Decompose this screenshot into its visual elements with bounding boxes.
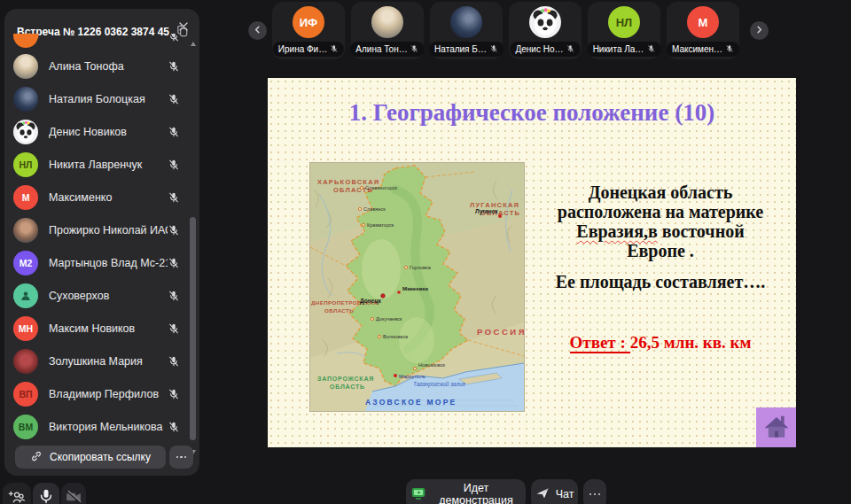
map-city-donetsk: Донецк: [360, 298, 382, 305]
chevron-left-icon: [253, 24, 262, 37]
meeting-app-window: Встреча № 1226 0362 3874 45: [0, 0, 851, 504]
scroll-up-arrow[interactable]: [191, 42, 196, 46]
tile-name-badge: Алина Тон…: [350, 42, 424, 57]
mic-muted-icon: [168, 93, 180, 105]
video-tile[interactable]: НЛ Никита Ла…: [588, 2, 660, 59]
participant-row[interactable]: ВП Владимир Перфилов: [4, 377, 187, 410]
mic-muted-icon: [168, 421, 180, 433]
avatar: МН: [13, 316, 38, 341]
mic-muted-icon: [566, 44, 575, 55]
participant-list: Алина Тонофа Наталия Болоцкая: [4, 34, 187, 443]
map-city-dokuchaevsk: Докучаевск: [376, 316, 402, 322]
tiles-scroll-right-button[interactable]: [750, 21, 769, 40]
mic-muted-icon: [646, 44, 655, 55]
avatar: [13, 218, 38, 243]
mic-muted-icon: [168, 60, 180, 73]
avatar: [13, 54, 38, 79]
send-plane-icon: [535, 486, 550, 503]
participant-row[interactable]: М2 Мартынцов Влад Мс-21: [4, 246, 187, 279]
answer-label: Ответ :: [570, 333, 630, 353]
mic-muted-icon: [168, 126, 180, 138]
avatar: НЛ: [608, 6, 640, 38]
slide-title: 1. Географическое положение (10): [268, 99, 796, 127]
map-label-russia: РОССИЯ: [477, 327, 525, 337]
participant-row[interactable]: Прожирко Николай ИАС-23: [4, 213, 187, 246]
participant-row[interactable]: Золушкина Мария: [4, 345, 187, 377]
tile-name-badge: Ирина Фи…: [273, 42, 344, 57]
participant-row[interactable]: НЛ Никита Лавренчук: [4, 148, 187, 181]
chat-button[interactable]: Чат: [531, 479, 578, 504]
answer-value: 26,5 млн. кв. км: [630, 333, 752, 352]
microphone-button[interactable]: [33, 483, 59, 504]
participant-row[interactable]: Суховерхов: [4, 279, 187, 312]
participant-list-scrollbar[interactable]: [189, 40, 197, 456]
video-tile-strip: ИФ Ирина Фи… Алина Тон… Наталия Б…: [272, 2, 739, 59]
add-participants-button[interactable]: [3, 483, 31, 504]
camera-off-icon: [65, 488, 82, 504]
copy-link-button[interactable]: Скопировать ссылку: [15, 446, 166, 469]
screen-sharing-status-button[interactable]: Идет демонстрация: [406, 479, 526, 504]
slide-body-text: Донецкая область расположена на материке…: [530, 182, 791, 291]
mic-muted-icon: [168, 388, 180, 400]
tile-name-badge: Денис Но…: [510, 42, 580, 57]
map-label-zaporizhzhia-1: ЗАПОРОЖСКАЯ: [317, 376, 374, 382]
avatar: [13, 34, 38, 48]
video-tile[interactable]: Алина Тон…: [351, 2, 424, 59]
more-icon: [589, 493, 592, 496]
donetsk-region-map: ХАРЬКОВСКАЯ ОБЛАСТЬ ЛУГАНСКАЯ ОБЛАСТЬ ДН…: [309, 162, 525, 412]
participant-row[interactable]: Денис Новиков: [4, 115, 187, 148]
map-label-azov-sea: АЗОВСКОЕ МОРЕ: [365, 398, 457, 407]
mic-muted-icon: [330, 44, 339, 55]
mic-muted-icon: [168, 159, 180, 171]
tile-name-badge: Наталия Б…: [429, 42, 504, 57]
more-icon: [176, 456, 179, 459]
spellcheck-underlined-word: Евразия,в: [576, 221, 657, 241]
camera-off-button[interactable]: [61, 483, 86, 504]
microphone-icon: [37, 487, 55, 504]
participant-row-partial[interactable]: [4, 34, 187, 50]
map-city-makeevka: Макеевка: [402, 285, 429, 291]
participant-row[interactable]: ВМ Виктория Мельникова: [4, 410, 187, 443]
participant-row[interactable]: МН Максим Новиков: [4, 312, 187, 345]
mic-muted-icon: [489, 44, 498, 55]
avatar: НЛ: [13, 152, 38, 177]
participants-panel: Встреча № 1226 0362 3874 45: [4, 9, 199, 476]
video-tile[interactable]: М Максимен…: [667, 2, 739, 59]
video-tile[interactable]: ИФ Ирина Фи…: [272, 2, 345, 59]
slide-home-button[interactable]: [756, 407, 796, 447]
mic-muted-icon: [168, 355, 180, 368]
mic-muted-icon: [410, 44, 419, 55]
avatar: [13, 87, 38, 112]
map-city-slavyansk: Славянск: [363, 206, 386, 212]
map-city-kramatorsk: Краматорск: [367, 222, 394, 228]
participant-row[interactable]: М Максименко: [4, 181, 187, 213]
map-label-dnipro-2: ОБЛАСТЬ: [324, 307, 354, 314]
avatar: М2: [13, 251, 38, 275]
screen-share-icon: [411, 486, 426, 503]
mic-muted-icon: [168, 257, 180, 269]
map-city-novoazovsk: Новоазовск: [418, 362, 446, 368]
map-city-volnovakha: Волноваха: [383, 334, 409, 339]
chevron-right-icon: [754, 24, 764, 37]
sidebar-more-button[interactable]: [169, 446, 193, 469]
mic-muted-icon: [168, 290, 180, 302]
scrollbar-thumb[interactable]: [190, 217, 196, 440]
map-city-gorlovka: Горловка: [410, 265, 432, 270]
participant-row[interactable]: Алина Тонофа: [4, 50, 187, 82]
participant-row[interactable]: Наталия Болоцкая: [4, 82, 187, 115]
avatar: ВМ: [13, 415, 38, 439]
bottom-more-button[interactable]: [583, 479, 606, 504]
avatar: М: [13, 185, 38, 210]
video-tile[interactable]: Наталия Б…: [430, 2, 503, 59]
avatar: [13, 349, 38, 374]
slide-answer: Ответ :26,5 млн. кв. км: [530, 333, 791, 353]
add-people-icon: [8, 488, 26, 504]
tiles-scroll-left-button[interactable]: [248, 21, 267, 40]
video-tile[interactable]: Денис Но…: [509, 2, 582, 59]
map-label-zaporizhzhia-2: ОБЛАСТЬ: [330, 384, 365, 390]
avatar-panda: [529, 6, 561, 38]
mic-muted-icon: [168, 224, 180, 236]
map-city-mariupol: Мариуполь: [399, 374, 426, 379]
avatar-person-icon: [13, 283, 38, 308]
avatar-panda: [13, 120, 38, 144]
